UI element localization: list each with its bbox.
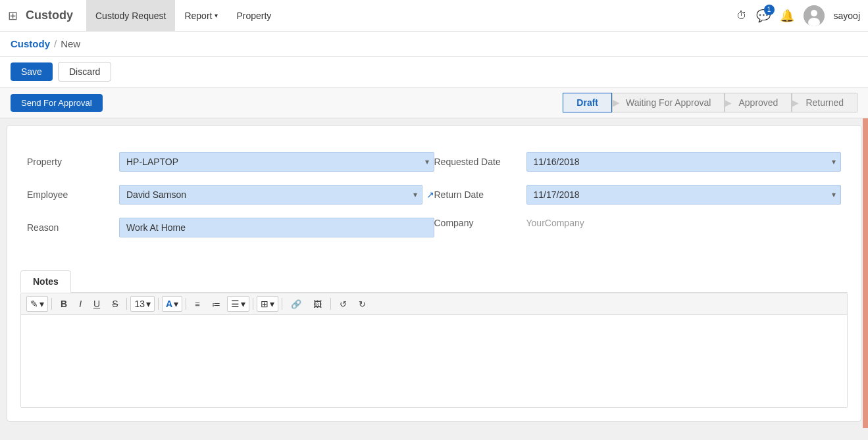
toolbar-ordered-list[interactable]: ≔ [207, 297, 226, 312]
nav-item-report[interactable]: Report ▾ [175, 0, 227, 32]
toolbar-edit-dropdown[interactable]: ✎ ▾ [26, 296, 48, 312]
toolbar-undo[interactable]: ↺ [334, 297, 352, 312]
toolbar-sep-3 [158, 298, 159, 310]
status-bar: Send For Approval Draft Waiting For Appr… [0, 87, 868, 118]
return-date-label: Return Date [434, 189, 513, 200]
reason-input[interactable] [119, 218, 434, 237]
toolbar-bold[interactable]: B [55, 296, 72, 312]
nav-item-property[interactable]: Property [227, 0, 280, 32]
reason-label: Reason [27, 222, 106, 233]
svg-point-1 [811, 10, 817, 16]
breadcrumb-separator: / [54, 38, 57, 49]
form-right-company: Company YourCompany [434, 218, 842, 228]
toolbar-image[interactable]: 🖼 [308, 297, 327, 312]
company-label: Company [434, 218, 513, 228]
bell-icon[interactable]: 🔔 [780, 9, 794, 23]
discard-button[interactable]: Discard [58, 62, 111, 82]
report-dropdown-arrow: ▾ [215, 12, 218, 19]
requested-date-select[interactable]: 11/16/2018 [526, 152, 842, 172]
reason-field [119, 218, 434, 237]
form-left-reason: Reason [27, 218, 434, 237]
table-dropdown-arrow: ▾ [270, 299, 274, 309]
avatar[interactable] [804, 5, 825, 26]
top-nav: ⊞ Custody Custody Request Report ▾ Prope… [0, 0, 868, 32]
chat-badge: 1 [764, 5, 775, 15]
form-left-property: Property HP-LAPTOP ▾ [27, 152, 434, 172]
editor-container: ✎ ▾ B I U S 13 ▾ A ▾ [20, 293, 848, 408]
send-for-approval-button[interactable]: Send For Approval [11, 94, 103, 112]
breadcrumb-link[interactable]: Custody [11, 38, 50, 49]
toolbar-underline[interactable]: U [88, 296, 105, 312]
toolbar-align-dropdown[interactable]: ☰ ▾ [227, 296, 249, 312]
notes-section: Notes ✎ ▾ B I U S 13 [20, 270, 848, 408]
company-field: YourCompany [526, 218, 842, 228]
color-dropdown-arrow: ▾ [174, 299, 178, 309]
form-row-property: Property HP-LAPTOP ▾ Requested Date 11/1… [27, 152, 841, 172]
employee-external-link-icon[interactable]: ↗ [426, 189, 434, 200]
app-title: Custody [26, 9, 73, 22]
nav-menu: Custody Request Report ▾ Property [86, 0, 736, 32]
property-label: Property [27, 157, 106, 167]
chat-icon[interactable]: 💬 1 [756, 9, 771, 23]
form-row-reason: Reason Company YourCompany [27, 218, 841, 237]
toolbar-sep-1 [51, 298, 52, 310]
toolbar-sep-7 [330, 298, 331, 310]
employee-row: David Samson ▾ ↗ [119, 185, 434, 205]
toolbar-table-dropdown[interactable]: ⊞ ▾ [257, 296, 278, 312]
employee-label: Employee [27, 189, 106, 200]
nav-item-custody-request[interactable]: Custody Request [86, 0, 175, 32]
form-row-employee: Employee David Samson ▾ ↗ [27, 185, 841, 205]
breadcrumb-current: New [61, 38, 80, 49]
toolbar-link[interactable]: 🔗 [286, 297, 307, 312]
breadcrumb: Custody / New [0, 32, 868, 57]
company-value: YourCompany [526, 214, 584, 232]
align-dropdown-arrow: ▾ [241, 299, 245, 309]
form-right-return-date: Return Date 11/17/2018 ▾ [434, 185, 842, 205]
main-content-wrapper: Property HP-LAPTOP ▾ Requested Date 11/1… [0, 118, 868, 428]
property-select[interactable]: HP-LAPTOP [119, 152, 434, 172]
color-icon: A [166, 299, 172, 309]
return-date-field: 11/17/2018 ▾ [526, 185, 842, 205]
save-button[interactable]: Save [11, 62, 53, 81]
username: sayooj [834, 11, 860, 21]
form-section: Property HP-LAPTOP ▾ Requested Date 11/1… [20, 139, 848, 264]
employee-select-wrapper: David Samson ▾ [119, 185, 422, 205]
nav-right: ⏱ 💬 1 🔔 sayooj [736, 5, 860, 26]
form-left-employee: Employee David Samson ▾ ↗ [27, 185, 434, 205]
status-step-returned[interactable]: Returned [792, 93, 857, 112]
toolbar-sep-4 [186, 298, 186, 310]
toolbar-unordered-list[interactable]: ≡ [190, 297, 205, 312]
editor-body[interactable] [21, 315, 847, 407]
status-step-draft[interactable]: Draft [563, 93, 612, 112]
property-field: HP-LAPTOP ▾ [119, 152, 434, 172]
toolbar-fontsize-dropdown[interactable]: 13 ▾ [130, 296, 155, 312]
clock-icon[interactable]: ⏱ [736, 10, 747, 22]
scroll-indicator[interactable] [863, 118, 868, 428]
status-step-waiting[interactable]: Waiting For Approval [612, 93, 725, 112]
toolbar-italic[interactable]: I [74, 296, 87, 312]
employee-field: David Samson ▾ ↗ [119, 185, 434, 205]
status-steps: Draft Waiting For Approval Approved Retu… [563, 93, 857, 112]
grid-icon[interactable]: ⊞ [8, 9, 18, 23]
toolbar-sep-5 [253, 298, 253, 310]
status-step-approved[interactable]: Approved [725, 93, 792, 112]
fontsize-dropdown-arrow: ▾ [146, 299, 151, 309]
table-icon: ⊞ [261, 299, 268, 309]
toolbar-color-dropdown[interactable]: A ▾ [162, 296, 182, 312]
toolbar-sep-6 [282, 298, 282, 310]
toolbar-sep-2 [126, 298, 127, 310]
tab-bar: Notes [20, 270, 848, 293]
requested-date-field: 11/16/2018 ▾ [526, 152, 842, 172]
employee-select[interactable]: David Samson [119, 185, 422, 205]
edit-icon: ✎ [30, 299, 38, 309]
align-icon: ☰ [231, 299, 240, 309]
toolbar-redo[interactable]: ↻ [353, 297, 371, 312]
toolbar-strikethrough[interactable]: S [107, 296, 123, 312]
edit-dropdown-arrow: ▾ [39, 299, 44, 309]
form-right-requested-date: Requested Date 11/16/2018 ▾ [434, 152, 842, 172]
editor-toolbar: ✎ ▾ B I U S 13 ▾ A ▾ [21, 293, 847, 315]
tab-notes[interactable]: Notes [20, 270, 71, 293]
main-content: Property HP-LAPTOP ▾ Requested Date 11/1… [7, 125, 861, 422]
return-date-select[interactable]: 11/17/2018 [526, 185, 842, 205]
action-bar: Save Discard [0, 57, 868, 87]
